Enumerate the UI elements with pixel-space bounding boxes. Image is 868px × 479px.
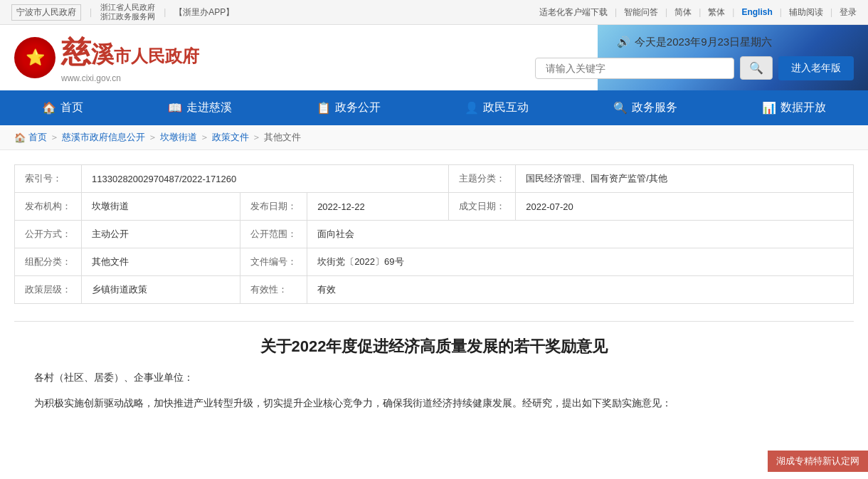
nav-home-label: 首页 <box>60 100 83 115</box>
label-publisher: 发布机构： <box>15 193 82 221</box>
people-icon: 👤 <box>465 101 479 115</box>
nav-gov-affairs-label: 政务公开 <box>335 100 381 115</box>
sound-icon: 🔊 <box>617 36 630 48</box>
nav-data[interactable]: 📊 数据开放 <box>741 90 847 125</box>
logo-url: www.cixi.gov.cn <box>61 73 199 83</box>
document-icon: 📋 <box>317 101 331 115</box>
top-bar-left: 宁波市人民政府 | 浙江省人民政府 浙江政务服务网 | 【浙里办APP】 <box>11 3 234 21</box>
nav-about[interactable]: 📖 走进慈溪 <box>147 90 253 125</box>
breadcrumb-current: 其他文件 <box>264 131 301 144</box>
label-validity: 有效性： <box>240 276 307 304</box>
value-writedate: 2022-07-20 <box>516 193 854 221</box>
nav-interaction[interactable]: 👤 政民互动 <box>443 90 550 125</box>
table-row: 政策层级： 乡镇街道政策 有效性： 有效 <box>15 276 854 304</box>
header: ⭐ 慈 溪 市人民政府 www.cixi.gov.cn 🔊 今天是2023年9月… <box>0 25 868 90</box>
value-publisher: 坎墩街道 <box>82 193 240 221</box>
smart-qa-link[interactable]: 智能问答 <box>624 6 658 19</box>
logo-cixi-char: 慈 <box>61 32 91 72</box>
label-open-method: 公开方式： <box>15 221 82 248</box>
label-policy-level: 政策层级： <box>15 276 82 304</box>
elder-version-button[interactable]: 进入老年版 <box>778 56 854 80</box>
label-theme: 主题分类： <box>449 165 516 193</box>
home-icon: 🏠 <box>42 101 56 115</box>
table-row: 发布机构： 坎墩街道 发布日期： 2022-12-22 成文日期： 2022-0… <box>15 193 854 221</box>
value-doc-number: 坎街党〔2022〕69号 <box>307 248 854 276</box>
search-button[interactable]: 🔍 <box>740 56 773 80</box>
document-body: 各村（社区、居委）、企事业单位： 为积极实施创新驱动战略，加快推进产业转型升级，… <box>14 369 854 411</box>
value-theme: 国民经济管理、国有资产监管/其他 <box>516 165 854 193</box>
nav-bar: 🏠 首页 📖 走进慈溪 📋 政务公开 👤 政民互动 🔍 政务服务 📊 数据开放 <box>0 90 868 125</box>
app-link[interactable]: 【浙里办APP】 <box>174 6 234 19</box>
main-content: 索引号： 11330282002970487/2022-171260 主题分类：… <box>0 150 868 433</box>
breadcrumb: 🏠 首页 ＞ 慈溪市政府信息公开 ＞ 坎墩街道 ＞ 政策文件 ＞ 其他文件 <box>0 125 868 150</box>
english-link[interactable]: English <box>741 7 772 17</box>
breadcrumb-street[interactable]: 坎墩街道 <box>160 131 197 144</box>
nav-data-label: 数据开放 <box>780 100 826 115</box>
label-doc-number: 文件编号： <box>240 248 307 276</box>
label-pubdate: 发布日期： <box>240 193 307 221</box>
nav-service-label: 政务服务 <box>632 100 677 115</box>
label-category: 组配分类： <box>15 248 82 276</box>
government-emblem: ⭐ <box>14 37 55 78</box>
top-bar: 宁波市人民政府 | 浙江省人民政府 浙江政务服务网 | 【浙里办APP】 适老化… <box>0 0 868 25</box>
traditional-link[interactable]: 繁体 <box>708 6 725 19</box>
logo-gov-label: 市人民政府 <box>114 45 199 68</box>
magnifier-icon: 🔍 <box>613 101 628 115</box>
date-text: 今天是2023年9月23日星期六 <box>635 36 772 49</box>
document-title: 关于2022年度促进经济高质量发展的若干奖励意见 <box>14 336 854 357</box>
salutation: 各村（社区、居委）、企事业单位： <box>14 369 854 386</box>
nav-service[interactable]: 🔍 政务服务 <box>592 90 699 125</box>
value-index: 11330282002970487/2022-171260 <box>82 165 449 193</box>
simplified-link[interactable]: 简体 <box>674 6 692 19</box>
login-link[interactable]: 登录 <box>840 6 857 19</box>
body-text: 为积极实施创新驱动战略，加快推进产业转型升级，切实提升企业核心竞争力，确保我街道… <box>14 394 854 412</box>
nav-about-label: 走进慈溪 <box>186 100 232 115</box>
zhejiang-gov-logo: 浙江省人民政府 浙江政务服务网 <box>100 3 155 21</box>
value-validity: 有效 <box>307 276 854 304</box>
label-writedate: 成文日期： <box>449 193 516 221</box>
value-category: 其他文件 <box>82 248 240 276</box>
info-table: 索引号： 11330282002970487/2022-171260 主题分类：… <box>14 164 854 304</box>
chart-icon: 📊 <box>762 101 776 115</box>
value-open-method: 主动公开 <box>82 221 240 248</box>
nav-gov-affairs[interactable]: 📋 政务公开 <box>295 90 402 125</box>
table-row: 索引号： 11330282002970487/2022-171260 主题分类：… <box>15 165 854 193</box>
logo-gov-text: 溪 <box>91 39 114 70</box>
value-policy-level: 乡镇街道政策 <box>82 276 240 304</box>
nav-interaction-label: 政民互动 <box>483 100 529 115</box>
table-row: 公开方式： 主动公开 公开范围： 面向社会 <box>15 221 854 248</box>
search-input[interactable] <box>535 58 734 79</box>
ningbo-link[interactable]: 宁波市人民政府 <box>11 4 81 21</box>
value-open-scope: 面向社会 <box>307 221 854 248</box>
breadcrumb-policy[interactable]: 政策文件 <box>212 131 249 144</box>
home-breadcrumb-icon: 🏠 <box>14 132 26 143</box>
table-row: 组配分类： 其他文件 文件编号： 坎街党〔2022〕69号 <box>15 248 854 276</box>
nav-home[interactable]: 🏠 首页 <box>21 90 105 125</box>
header-search: 🔍 进入老年版 <box>535 56 854 80</box>
label-open-scope: 公开范围： <box>240 221 307 248</box>
breadcrumb-cixi[interactable]: 慈溪市政府信息公开 <box>62 131 145 144</box>
header-logo: ⭐ 慈 溪 市人民政府 www.cixi.gov.cn <box>14 32 199 83</box>
accessible-link[interactable]: 适老化客户端下载 <box>539 6 608 19</box>
top-bar-right: 适老化客户端下载 | 智能问答 | 简体 | 繁体 | English | 辅助… <box>539 6 857 19</box>
breadcrumb-home[interactable]: 首页 <box>28 131 47 144</box>
value-pubdate: 2022-12-22 <box>307 193 449 221</box>
divider <box>14 321 854 322</box>
header-center: 🔊 今天是2023年9月23日星期六 🔍 进入老年版 <box>535 36 854 80</box>
book-icon: 📖 <box>168 101 182 115</box>
reading-link[interactable]: 辅助阅读 <box>789 6 823 19</box>
header-date: 🔊 今天是2023年9月23日星期六 <box>617 36 772 49</box>
label-index: 索引号： <box>15 165 82 193</box>
